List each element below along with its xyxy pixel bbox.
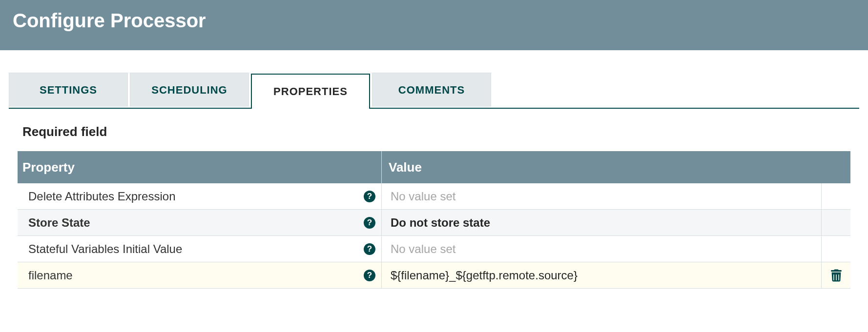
- tab-scheduling[interactable]: SCHEDULING: [130, 73, 249, 107]
- value-cell[interactable]: No value set: [382, 236, 821, 262]
- property-name: Delete Attributes Expression: [28, 190, 176, 203]
- action-cell: [821, 236, 850, 262]
- property-cell: Delete Attributes Expression ?: [18, 183, 382, 209]
- property-cell: filename ?: [18, 262, 382, 288]
- property-cell: Store State ?: [18, 210, 382, 235]
- action-cell: [821, 210, 850, 235]
- table-row[interactable]: Stateful Variables Initial Value ? No va…: [18, 236, 850, 262]
- properties-table: Property Value Delete Attributes Express…: [18, 151, 850, 289]
- property-value: No value set: [391, 242, 455, 256]
- required-field-label: Required field: [22, 124, 859, 139]
- help-icon[interactable]: ?: [364, 217, 375, 229]
- property-value: ${filename}_${getftp.remote.source}: [391, 269, 578, 282]
- property-name: filename: [28, 269, 73, 282]
- tab-label: COMMENTS: [398, 84, 465, 97]
- value-cell[interactable]: ${filename}_${getftp.remote.source}: [382, 262, 821, 288]
- property-name: Stateful Variables Initial Value: [28, 242, 182, 256]
- property-value: No value set: [391, 190, 455, 203]
- help-icon[interactable]: ?: [364, 191, 375, 202]
- table-row[interactable]: Delete Attributes Expression ? No value …: [18, 183, 850, 210]
- dialog-header: Configure Processor: [0, 0, 868, 50]
- tab-label: SCHEDULING: [151, 84, 227, 97]
- property-value: Do not store state: [391, 216, 490, 230]
- property-name: Store State: [28, 216, 90, 230]
- action-cell: [821, 183, 850, 209]
- table-header-property: Property: [18, 151, 382, 183]
- tab-area: SETTINGS SCHEDULING PROPERTIES COMMENTS …: [0, 50, 868, 289]
- tab-label: SETTINGS: [40, 84, 97, 97]
- help-icon[interactable]: ?: [364, 243, 375, 255]
- action-cell: [821, 262, 850, 288]
- tab-label: PROPERTIES: [273, 85, 348, 98]
- table-header: Property Value: [18, 151, 850, 183]
- value-cell[interactable]: No value set: [382, 183, 821, 209]
- table-row[interactable]: Store State ? Do not store state: [18, 210, 850, 236]
- tabs: SETTINGS SCHEDULING PROPERTIES COMMENTS: [9, 73, 859, 109]
- dialog-title: Configure Processor: [13, 10, 855, 32]
- tab-settings[interactable]: SETTINGS: [9, 73, 128, 107]
- value-cell[interactable]: Do not store state: [382, 210, 821, 235]
- tab-properties[interactable]: PROPERTIES: [251, 74, 370, 109]
- trash-icon[interactable]: [831, 269, 842, 282]
- table-row[interactable]: filename ? ${filename}_${getftp.remote.s…: [18, 262, 850, 289]
- help-icon[interactable]: ?: [364, 270, 375, 281]
- tab-comments[interactable]: COMMENTS: [372, 73, 491, 107]
- table-header-value: Value: [382, 151, 850, 183]
- property-cell: Stateful Variables Initial Value ?: [18, 236, 382, 262]
